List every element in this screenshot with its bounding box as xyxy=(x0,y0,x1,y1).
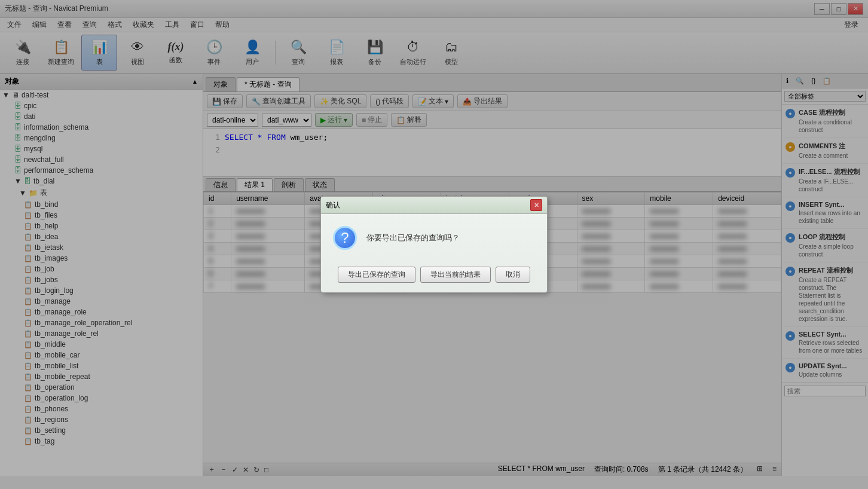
dialog-title-text: 确认 xyxy=(326,200,340,210)
confirm-dialog: 确认 ✕ ? 你要导出已保存的查询吗？ 导出已保存的查询 导出当前的结果 取消 xyxy=(320,196,548,293)
dialog-body: ? 你要导出已保存的查询吗？ xyxy=(321,214,547,262)
dialog-question-icon: ? xyxy=(333,226,357,250)
dialog-overlay: 确认 ✕ ? 你要导出已保存的查询吗？ 导出已保存的查询 导出当前的结果 取消 xyxy=(0,0,868,476)
export-current-result-button[interactable]: 导出当前的结果 xyxy=(420,267,491,283)
dialog-title-bar: 确认 ✕ xyxy=(321,197,547,214)
dialog-message-text: 你要导出已保存的查询吗？ xyxy=(366,233,460,243)
dialog-buttons: 导出已保存的查询 导出当前的结果 取消 xyxy=(321,262,547,292)
export-saved-query-button[interactable]: 导出已保存的查询 xyxy=(338,267,415,283)
cancel-dialog-button[interactable]: 取消 xyxy=(496,267,530,283)
dialog-close-button[interactable]: ✕ xyxy=(530,199,542,211)
